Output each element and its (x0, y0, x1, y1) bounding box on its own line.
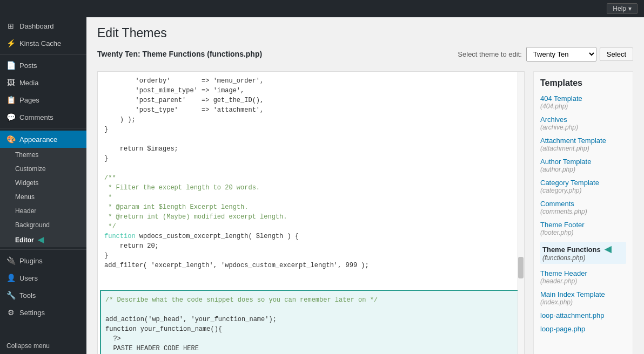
template-name[interactable]: loop-page.php (540, 325, 626, 333)
submenu-customize[interactable]: Customize (0, 162, 86, 176)
template-name[interactable]: Theme Footer (540, 221, 626, 229)
submenu-widgets[interactable]: Widgets (0, 176, 86, 190)
template-item-header[interactable]: Theme Header (header.php) (540, 269, 626, 285)
template-name[interactable]: Theme Functions ◀ (542, 244, 624, 254)
select-button[interactable]: Select (600, 47, 633, 61)
template-file: (author.php) (540, 166, 626, 173)
sidebar-item-label: Users (19, 274, 38, 282)
tools-icon: 🔧 (6, 291, 15, 299)
settings-icon: ⚙ (6, 308, 15, 317)
template-file: (archive.php) (540, 124, 626, 131)
dashboard-icon: ⊞ (6, 22, 15, 30)
top-bar: Help ▾ (0, 0, 644, 17)
submenu-themes[interactable]: Themes (0, 148, 86, 162)
template-file: (index.php) (540, 298, 626, 306)
sidebar-divider (0, 54, 86, 55)
editor-layout: 'orderby' => 'menu_order', 'post_mime_ty… (97, 71, 633, 354)
sidebar-item-label: Dashboard (19, 22, 54, 30)
template-file: (footer.php) (540, 229, 626, 236)
template-item-loop-attachment[interactable]: loop-attachment.php (540, 311, 626, 319)
template-name[interactable]: loop-attachment.php (540, 311, 626, 319)
sidebar-item-settings[interactable]: ⚙ Settings (0, 304, 86, 321)
sidebar-item-label: Appearance (19, 135, 57, 144)
code-scroll[interactable]: 'orderby' => 'menu_order', 'post_mime_ty… (98, 72, 524, 354)
scrollbar-thumb[interactable] (518, 257, 524, 278)
sidebar-item-pages[interactable]: 📋 Pages (0, 91, 86, 108)
collapse-menu[interactable]: Collapse menu (0, 338, 86, 354)
sidebar-item-comments[interactable]: 💬 Comments (0, 108, 86, 126)
sidebar-item-label: Comments (19, 113, 53, 121)
template-item-comments[interactable]: Comments (comments.php) (540, 200, 626, 215)
sidebar-item-label: Plugins (19, 257, 43, 265)
appearance-icon: 🎨 (6, 135, 15, 144)
chevron-down-icon: ▾ (628, 5, 632, 12)
template-item-footer[interactable]: Theme Footer (footer.php) (540, 221, 626, 236)
collapse-label: Collapse menu (6, 342, 50, 350)
sidebar-item-label: Posts (19, 62, 37, 70)
theme-selector-label: Select theme to edit: (458, 50, 522, 58)
template-item-404[interactable]: 404 Template (404.php) (540, 94, 626, 110)
template-item-category[interactable]: Category Template (category.php) (540, 179, 626, 194)
template-item-attachment[interactable]: Attachment Template (attachment.php) (540, 137, 626, 152)
template-name[interactable]: Main Index Template (540, 290, 626, 298)
sidebar-divider-2 (0, 128, 86, 128)
editor-arrow-icon: ◀ (38, 235, 44, 244)
media-icon: 🖼 (6, 78, 15, 87)
help-button[interactable]: Help ▾ (607, 3, 638, 14)
sidebar-item-dashboard[interactable]: ⊞ Dashboard (0, 17, 86, 35)
template-file: (category.php) (540, 187, 626, 194)
sidebar-item-label: Settings (19, 309, 45, 317)
template-name[interactable]: Attachment Template (540, 137, 626, 145)
main-layout: ⊞ Dashboard ⚡ Kinsta Cache 📄 Posts 🖼 Med… (0, 17, 644, 354)
editor-scrollbar[interactable] (518, 72, 524, 354)
sidebar-item-label: Pages (19, 96, 39, 104)
code-highlight-section: /* Describe what the code snippet does s… (100, 290, 522, 354)
posts-icon: 📄 (6, 61, 15, 70)
pages-icon: 📋 (6, 96, 15, 104)
sidebar-item-media[interactable]: 🖼 Media (0, 74, 86, 91)
content-area: Edit Themes Twenty Ten: Theme Functions … (86, 17, 644, 354)
page-subtitle: Twenty Ten: Theme Functions (functions.p… (97, 50, 262, 58)
editor-label: Editor (15, 236, 34, 244)
template-file: (comments.php) (540, 208, 626, 215)
template-name[interactable]: 404 Template (540, 94, 626, 103)
submenu-background[interactable]: Background (0, 218, 86, 232)
help-label: Help (613, 5, 626, 12)
submenu-menus[interactable]: Menus (0, 190, 86, 204)
template-file: (header.php) (540, 277, 626, 285)
kinsta-icon: ⚡ (6, 39, 15, 47)
sidebar-item-label: Kinsta Cache (19, 39, 61, 47)
submenu-editor[interactable]: Editor ◀ (0, 232, 86, 247)
sidebar: ⊞ Dashboard ⚡ Kinsta Cache 📄 Posts 🖼 Med… (0, 17, 86, 354)
sidebar-item-label: Media (19, 79, 38, 87)
sidebar-item-label: Tools (19, 291, 36, 299)
template-item-functions[interactable]: Theme Functions ◀ (functions.php) (540, 242, 626, 264)
sidebar-item-kinsta-cache[interactable]: ⚡ Kinsta Cache (0, 35, 86, 52)
template-item-index[interactable]: Main Index Template (index.php) (540, 290, 626, 306)
theme-select[interactable]: Twenty Ten (526, 47, 596, 62)
template-file: (attachment.php) (540, 145, 626, 152)
template-file: (functions.php) (542, 254, 624, 262)
users-icon: 👤 (6, 274, 15, 282)
templates-title: Templates (540, 78, 626, 88)
template-file: (404.php) (540, 103, 626, 110)
template-name[interactable]: Category Template (540, 179, 626, 187)
comments-icon: 💬 (6, 113, 15, 121)
sidebar-divider-3 (0, 249, 86, 250)
sidebar-item-tools[interactable]: 🔧 Tools (0, 287, 86, 304)
template-item-loop-page[interactable]: loop-page.php (540, 325, 626, 333)
template-name[interactable]: Archives (540, 115, 626, 124)
template-name[interactable]: Author Template (540, 158, 626, 166)
template-item-author[interactable]: Author Template (author.php) (540, 158, 626, 173)
sidebar-item-users[interactable]: 👤 Users (0, 269, 86, 287)
sidebar-item-posts[interactable]: 📄 Posts (0, 57, 86, 74)
appearance-submenu: Themes Customize Widgets Menus Header Ba… (0, 148, 86, 247)
sidebar-item-plugins[interactable]: 🔌 Plugins (0, 252, 86, 269)
functions-arrow-icon: ◀ (605, 244, 611, 254)
template-item-archives[interactable]: Archives (archive.php) (540, 115, 626, 131)
template-name[interactable]: Comments (540, 200, 626, 208)
template-name[interactable]: Theme Header (540, 269, 626, 277)
page-title: Edit Themes (97, 26, 633, 40)
submenu-header[interactable]: Header (0, 204, 86, 218)
sidebar-item-appearance[interactable]: 🎨 Appearance (0, 131, 86, 148)
